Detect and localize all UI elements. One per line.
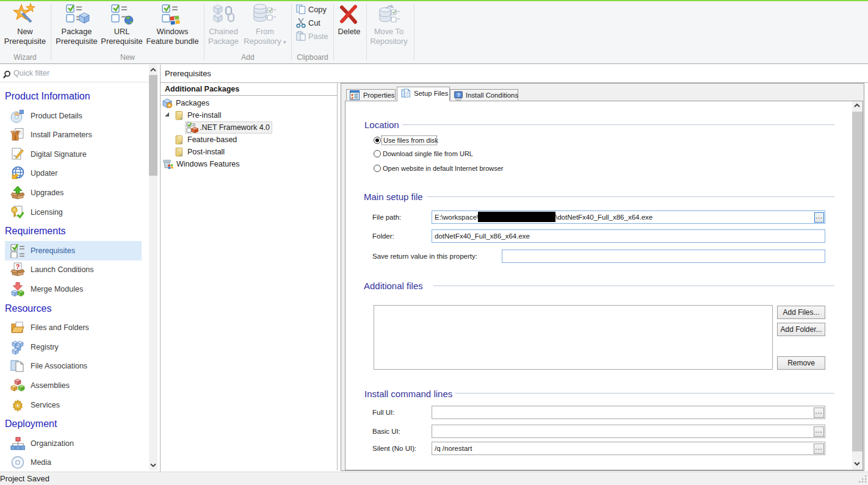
svg-text:?: ? — [457, 92, 460, 98]
svg-text:?: ? — [16, 263, 20, 270]
